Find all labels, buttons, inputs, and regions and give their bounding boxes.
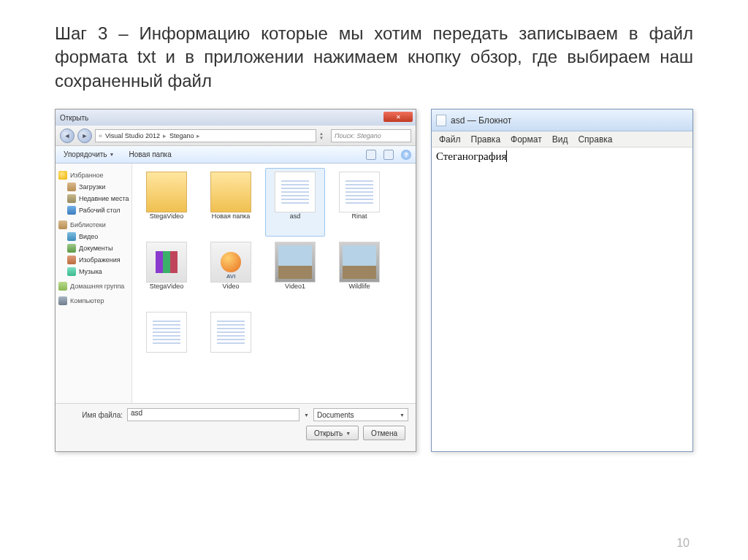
- menu-view[interactable]: Вид: [548, 133, 573, 146]
- file-item-stegavideo-folder[interactable]: StegaVideo: [137, 168, 196, 237]
- notepad-content: Стеганография: [436, 150, 507, 162]
- images-icon: [67, 256, 76, 264]
- dialog-titlebar: Открыть ✕: [56, 110, 416, 126]
- menu-file[interactable]: Файл: [435, 133, 465, 146]
- homegroup-icon: [58, 282, 67, 291]
- video-icon: [67, 232, 76, 241]
- sidebar-downloads[interactable]: Загрузки: [56, 181, 131, 193]
- file-item-stegavideo-rar[interactable]: StegaVideo: [137, 238, 196, 307]
- filetype-select[interactable]: Documents▼: [313, 408, 408, 421]
- libraries-icon: [58, 220, 67, 229]
- organize-button[interactable]: Упорядочить▼: [60, 150, 118, 159]
- downloads-icon: [67, 183, 76, 191]
- dialog-title: Открыть: [60, 114, 88, 122]
- open-file-dialog: Открыть ✕ ◄ ► « Visual Studio 2012 ▸ Ste…: [55, 109, 416, 452]
- preview-pane-icon[interactable]: [383, 150, 394, 160]
- open-button[interactable]: Открыть▼: [306, 426, 359, 440]
- file-item-rinat[interactable]: Rinat: [329, 168, 389, 237]
- back-button[interactable]: ◄: [60, 129, 75, 143]
- help-icon[interactable]: ?: [401, 150, 411, 160]
- folder-icon: [210, 172, 251, 212]
- desktop-icon: [67, 206, 76, 215]
- video-thumb-icon: [339, 242, 380, 283]
- notepad-titlebar: asd — Блокнот: [432, 110, 692, 131]
- filename-label: Имя файла:: [63, 411, 123, 419]
- menu-help[interactable]: Справка: [573, 133, 617, 146]
- star-icon: [58, 171, 67, 180]
- music-icon: [67, 267, 76, 276]
- archive-icon: [146, 242, 187, 283]
- step-heading: Шаг 3 – Информацию которые мы хотим пере…: [55, 22, 693, 93]
- file-item-new-folder[interactable]: Новая папка: [201, 168, 261, 237]
- forward-button[interactable]: ►: [77, 129, 92, 143]
- sidebar-documents[interactable]: Документы: [56, 242, 131, 254]
- sidebar-desktop[interactable]: Рабочий стол: [56, 204, 131, 216]
- sidebar-video[interactable]: Видео: [56, 231, 131, 242]
- menu-edit[interactable]: Правка: [467, 133, 505, 146]
- breadcrumb[interactable]: « Visual Studio 2012 ▸ Stegano ▸: [95, 129, 316, 142]
- filename-input[interactable]: asd: [127, 408, 299, 421]
- recent-icon: [67, 194, 76, 203]
- notepad-window: asd — Блокнот Файл Правка Формат Вид Спр…: [431, 109, 693, 452]
- dialog-header: ◄ ► « Visual Studio 2012 ▸ Stegano ▸ ▲▼ …: [56, 126, 416, 146]
- sidebar-computer[interactable]: Компьютер: [56, 292, 131, 307]
- page-number: 10: [676, 537, 690, 550]
- new-folder-button[interactable]: Новая папка: [125, 150, 175, 159]
- breadcrumb-part1[interactable]: Visual Studio 2012: [105, 132, 160, 139]
- sidebar-images[interactable]: Изображения: [56, 254, 131, 266]
- file-item-video1[interactable]: Video1: [265, 238, 325, 307]
- textfile-icon: [339, 172, 380, 212]
- menu-format[interactable]: Формат: [506, 133, 546, 146]
- file-item-video-avi[interactable]: AVIVideo: [201, 238, 261, 307]
- dialog-sidebar: Избранное Загрузки Недавние места Рабочи…: [56, 164, 132, 403]
- notepad-menu: Файл Правка Формат Вид Справка: [432, 131, 692, 147]
- sidebar-libraries[interactable]: Библиотеки: [56, 216, 131, 231]
- sidebar-favorites[interactable]: Избранное: [56, 166, 131, 181]
- file-list: StegaVideo Новая папка asd Rinat StegaVi…: [132, 164, 416, 403]
- video-thumb-icon: [275, 242, 316, 283]
- avi-icon: AVI: [210, 242, 251, 283]
- file-item-extra1[interactable]: [137, 308, 196, 377]
- search-input[interactable]: Поиск: Stegano: [331, 129, 411, 142]
- notepad-title: asd — Блокнот: [451, 115, 511, 126]
- documents-icon: [67, 244, 76, 253]
- view-options-icon[interactable]: [366, 150, 376, 160]
- breadcrumb-sep: «: [99, 132, 102, 139]
- cancel-button[interactable]: Отмена: [363, 426, 405, 440]
- close-button[interactable]: ✕: [383, 112, 413, 122]
- dialog-toolbar: Упорядочить▼ Новая папка ?: [56, 146, 416, 164]
- breadcrumb-part2[interactable]: Stegano: [169, 132, 194, 139]
- file-item-asd[interactable]: asd: [265, 168, 325, 237]
- file-item-wildlife[interactable]: Wildlife: [329, 238, 389, 307]
- notepad-textarea[interactable]: Стеганография: [432, 147, 692, 451]
- file-item-extra2[interactable]: [201, 308, 261, 377]
- sidebar-music[interactable]: Музыка: [56, 266, 131, 277]
- computer-icon: [58, 296, 67, 305]
- textfile-icon: [210, 312, 251, 353]
- textfile-icon: [146, 312, 187, 353]
- folder-icon: [146, 172, 187, 212]
- sidebar-homegroup[interactable]: Домашняя группа: [56, 277, 131, 292]
- notepad-icon: [436, 115, 446, 126]
- textfile-icon: [275, 172, 316, 212]
- sidebar-recent[interactable]: Недавние места: [56, 193, 131, 204]
- screenshots-row: Открыть ✕ ◄ ► « Visual Studio 2012 ▸ Ste…: [55, 109, 693, 452]
- dialog-footer: Имя файла: asd ▼ Documents▼ Открыть▼ Отм…: [56, 403, 416, 451]
